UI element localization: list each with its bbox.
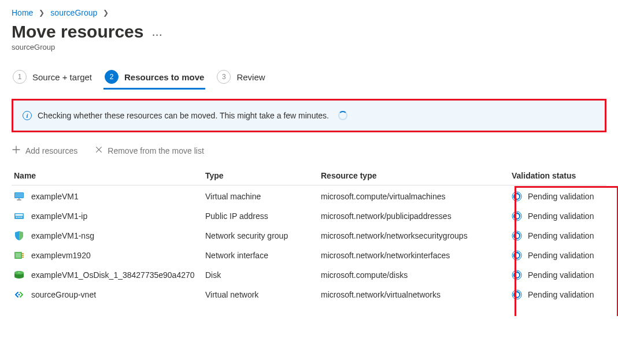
step-review[interactable]: 3 Review xyxy=(216,65,266,90)
breadcrumb-sourcegroup[interactable]: sourceGroup xyxy=(50,8,97,17)
vm-icon xyxy=(14,191,24,202)
step-label: Source + target xyxy=(32,72,92,82)
remove-from-list-label: Remove from the move list xyxy=(108,146,204,155)
table-row[interactable]: exampleVM1-nsgNetwork security groupmicr… xyxy=(12,226,606,246)
step-number: 3 xyxy=(217,70,231,84)
resource-type-id: microsoft.network/networkinterfaces xyxy=(321,251,512,260)
toolbar: Add resources Remove from the move list xyxy=(12,145,606,156)
resource-type-id: microsoft.compute/disks xyxy=(321,270,512,280)
resource-type-friendly: Public IP address xyxy=(205,211,321,221)
resource-name: exampleVM1 xyxy=(31,192,79,201)
info-bar-text: Checking whether these resources can be … xyxy=(38,111,329,120)
resource-name: sourceGroup-vnet xyxy=(31,290,96,299)
table-row[interactable]: exampleVM1_OsDisk_1_38427735e90a4270Disk… xyxy=(12,265,606,285)
pending-icon xyxy=(512,231,522,241)
wizard-steps: 1 Source + target 2 Resources to move 3 … xyxy=(12,65,606,90)
page-subtitle: sourceGroup xyxy=(12,43,606,51)
table-row[interactable]: sourceGroup-vnetVirtual networkmicrosoft… xyxy=(12,285,606,304)
info-icon: i xyxy=(23,111,32,120)
pending-icon xyxy=(512,191,522,202)
divider xyxy=(12,185,606,185)
resources-table: Name Type Resource type Validation statu… xyxy=(12,166,606,304)
step-label: Resources to move xyxy=(124,72,204,82)
step-number: 2 xyxy=(105,70,119,84)
nsg-shield-icon xyxy=(14,231,24,241)
validation-status-text: Pending validation xyxy=(528,211,594,221)
resource-type-friendly: Virtual machine xyxy=(205,192,321,201)
nic-icon xyxy=(14,250,24,261)
resource-name: exampleVM1-nsg xyxy=(31,231,94,240)
table-row[interactable]: examplevm1920Network interfacemicrosoft.… xyxy=(12,246,606,265)
validation-status-text: Pending validation xyxy=(528,192,594,201)
resource-type-friendly: Network interface xyxy=(205,251,321,260)
close-icon xyxy=(95,146,103,155)
disk-icon xyxy=(14,270,24,280)
validation-status-text: Pending validation xyxy=(528,251,594,260)
header-validation-status[interactable]: Validation status xyxy=(512,171,606,180)
resource-name: exampleVM1-ip xyxy=(31,211,87,221)
validation-status-text: Pending validation xyxy=(528,270,594,280)
step-resources-to-move[interactable]: 2 Resources to move xyxy=(103,65,205,90)
more-button[interactable]: ... xyxy=(151,25,162,38)
add-resources-button[interactable]: Add resources xyxy=(12,145,77,156)
pending-icon xyxy=(512,250,522,261)
info-bar-highlight: i Checking whether these resources can b… xyxy=(12,99,606,132)
pending-icon xyxy=(512,270,522,280)
table-row[interactable]: exampleVM1Virtual machinemicrosoft.compu… xyxy=(12,187,606,206)
resource-type-id: microsoft.network/virtualnetworks xyxy=(321,290,512,299)
pending-icon xyxy=(512,211,522,221)
table-header: Name Type Resource type Validation statu… xyxy=(12,166,606,185)
step-source-target[interactable]: 1 Source + target xyxy=(12,65,93,90)
resource-type-id: microsoft.network/networksecuritygroups xyxy=(321,231,512,240)
resource-type-friendly: Network security group xyxy=(205,231,321,240)
resource-type-friendly: Virtual network xyxy=(205,290,321,299)
info-bar: i Checking whether these resources can b… xyxy=(13,101,605,131)
step-number: 1 xyxy=(13,70,27,84)
header-name[interactable]: Name xyxy=(12,171,205,180)
plus-icon xyxy=(12,145,21,156)
header-type[interactable]: Type xyxy=(205,171,321,180)
validation-status-text: Pending validation xyxy=(528,231,594,240)
vnet-icon xyxy=(14,289,24,300)
remove-from-list-button[interactable]: Remove from the move list xyxy=(95,146,204,155)
header-resource-type[interactable]: Resource type xyxy=(321,171,512,180)
chevron-right-icon: ❯ xyxy=(103,9,109,17)
breadcrumb: Home ❯ sourceGroup ❯ xyxy=(12,8,606,17)
public-ip-icon xyxy=(14,211,24,221)
chevron-right-icon: ❯ xyxy=(39,9,45,17)
add-resources-label: Add resources xyxy=(25,146,77,155)
spinner-icon xyxy=(338,111,347,120)
breadcrumb-home[interactable]: Home xyxy=(12,8,33,17)
resource-type-id: microsoft.compute/virtualmachines xyxy=(321,192,512,201)
page-title: Move resources xyxy=(12,22,143,42)
resource-name: examplevm1920 xyxy=(31,251,91,260)
pending-icon xyxy=(512,289,522,300)
table-row[interactable]: exampleVM1-ipPublic IP addressmicrosoft.… xyxy=(12,206,606,226)
resource-type-id: microsoft.network/publicipaddresses xyxy=(321,211,512,221)
validation-status-text: Pending validation xyxy=(528,290,594,299)
step-label: Review xyxy=(236,72,265,82)
resource-type-friendly: Disk xyxy=(205,270,321,280)
resource-name: exampleVM1_OsDisk_1_38427735e90a4270 xyxy=(31,270,195,280)
